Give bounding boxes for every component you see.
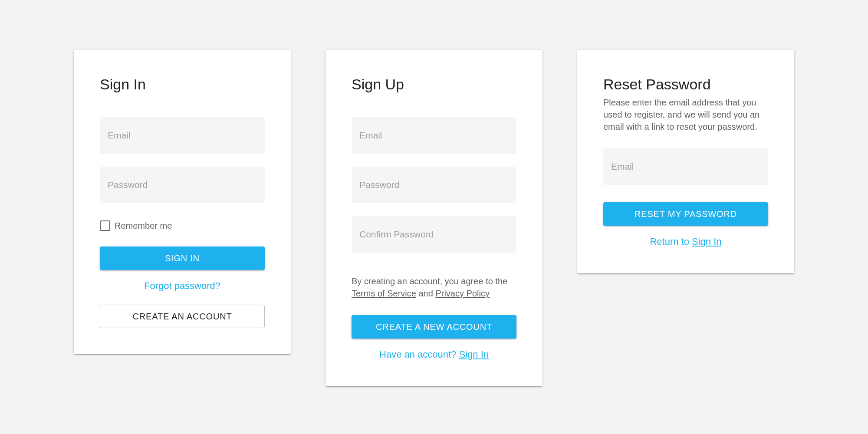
signup-title: Sign Up [352, 76, 516, 93]
signin-card: Sign In Remember me Sign In Forgot passw… [74, 50, 291, 354]
forgot-password-link[interactable]: Forgot password? [144, 280, 220, 291]
reset-submit-button[interactable]: Reset My Password [603, 202, 768, 226]
remember-me-row: Remember me [100, 220, 265, 231]
signup-card: Sign Up By creating an account, you agre… [326, 50, 542, 386]
legal-text: By creating an account, you agree to the… [352, 275, 516, 299]
terms-of-service-link[interactable]: Terms of Service [352, 289, 416, 298]
have-account-prefix: Have an account? [379, 349, 459, 360]
return-prefix: Return to [650, 236, 692, 247]
signup-password-input[interactable] [352, 167, 516, 203]
forgot-password-row: Forgot password? [100, 280, 265, 292]
signin-submit-button[interactable]: Sign In [100, 247, 265, 270]
legal-and: and [416, 289, 435, 298]
remember-me-checkbox[interactable] [100, 220, 110, 231]
reset-email-input[interactable] [603, 148, 768, 185]
privacy-policy-link[interactable]: Privacy Policy [435, 289, 489, 298]
signin-email-input[interactable] [100, 117, 265, 154]
remember-me-label[interactable]: Remember me [115, 221, 172, 231]
signin-password-input[interactable] [100, 167, 265, 203]
legal-prefix: By creating an account, you agree to the [352, 276, 507, 286]
signup-email-input[interactable] [352, 117, 516, 154]
reset-title: Reset Password [603, 76, 768, 93]
signup-confirm-password-input[interactable] [352, 216, 516, 253]
create-account-button[interactable]: Create an Account [100, 305, 265, 328]
signin-title: Sign In [100, 76, 265, 93]
reset-signin-link[interactable]: Sign In [692, 236, 722, 247]
return-signin-row: Return to Sign In [603, 236, 768, 247]
have-account-row: Have an account? Sign In [352, 349, 516, 360]
signup-submit-button[interactable]: Create a New Account [352, 315, 516, 339]
reset-description: Please enter the email address that you … [603, 96, 768, 133]
reset-password-card: Reset Password Please enter the email ad… [577, 50, 794, 273]
signup-signin-link[interactable]: Sign In [459, 349, 489, 360]
